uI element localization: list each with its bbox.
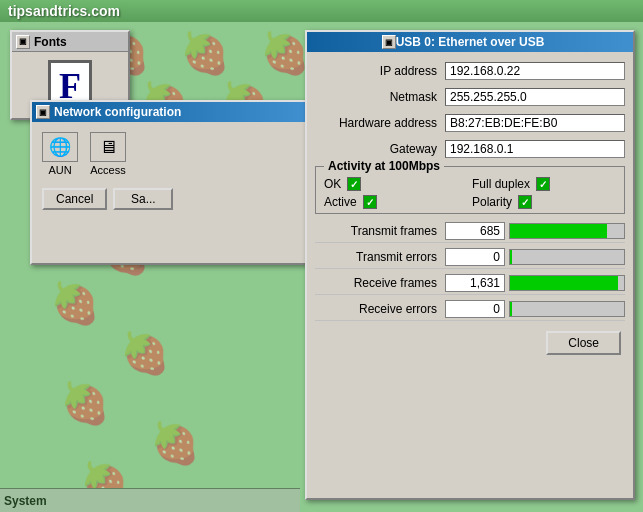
rx-errors-bar-container xyxy=(509,301,625,317)
rx-errors-bar xyxy=(510,302,512,316)
ip-row: IP address 192.168.0.22 xyxy=(315,60,625,82)
gateway-row: Gateway 192.168.0.1 xyxy=(315,138,625,160)
rx-frames-value: 1,631 xyxy=(445,274,505,292)
access-icon: 🖥 xyxy=(90,132,126,162)
polarity-item: Polarity ✓ xyxy=(472,195,616,209)
raspberry-icon: 🍓 xyxy=(150,420,200,467)
raspberry-icon: 🍓 xyxy=(260,30,310,77)
ok-checkbox: ✓ xyxy=(347,177,361,191)
close-icon[interactable]: ▣ xyxy=(36,105,50,119)
tx-errors-bar xyxy=(510,250,512,264)
fonts-titlebar: ▣ Fonts xyxy=(12,32,128,52)
active-item: Active ✓ xyxy=(324,195,468,209)
tx-errors-bar-container xyxy=(509,249,625,265)
full-duplex-checkbox: ✓ xyxy=(536,177,550,191)
system-label: System xyxy=(4,494,47,508)
activity-grid: OK ✓ Full duplex ✓ Active ✓ Polarity ✓ xyxy=(324,173,616,209)
titlebar-controls: ▣ Network configuration xyxy=(36,105,181,119)
netmask-value: 255.255.255.0 xyxy=(445,88,625,106)
ip-value: 192.168.0.22 xyxy=(445,62,625,80)
tx-frames-bar-container xyxy=(509,223,625,239)
save-button[interactable]: Sa... xyxy=(113,188,173,210)
raspberry-icon: 🍓 xyxy=(180,30,230,77)
rx-frames-bar xyxy=(510,276,618,290)
rx-errors-row: Receive errors 0 xyxy=(315,298,625,321)
netconfig-buttons: Cancel Sa... xyxy=(38,188,302,210)
raspberry-icon: 🍓 xyxy=(50,280,100,327)
full-duplex-item: Full duplex ✓ xyxy=(472,177,616,191)
main-close-icon[interactable]: ▣ xyxy=(382,35,396,49)
tx-errors-value: 0 xyxy=(445,248,505,266)
system-bar: System xyxy=(0,488,300,512)
tx-errors-label: Transmit errors xyxy=(315,250,445,264)
fonts-title: Fonts xyxy=(34,35,67,49)
top-bar: tipsandtrics.com xyxy=(0,0,643,22)
ok-label: OK xyxy=(324,177,341,191)
rx-frames-row: Receive frames 1,631 xyxy=(315,272,625,295)
tx-frames-bar xyxy=(510,224,607,238)
close-button[interactable]: Close xyxy=(546,331,621,355)
close-icon[interactable]: ▣ xyxy=(16,35,30,49)
netconfig-icons: 🌐 AUN 🖥 Access xyxy=(38,128,302,180)
aun-icon: 🌐 xyxy=(42,132,78,162)
active-label: Active xyxy=(324,195,357,209)
aun-label: AUN xyxy=(48,164,71,176)
hw-value: B8:27:EB:DE:FE:B0 xyxy=(445,114,625,132)
netconfig-titlebar: ▣ Network configuration xyxy=(32,102,308,122)
netmask-row: Netmask 255.255.255.0 xyxy=(315,86,625,108)
tx-frames-value: 685 xyxy=(445,222,505,240)
cancel-button[interactable]: Cancel xyxy=(42,188,107,210)
netconfig-window: ▣ Network configuration 🌐 AUN 🖥 Access C… xyxy=(30,100,310,265)
main-window: ▣ USB 0: Ethernet over USB IP address 19… xyxy=(305,30,635,500)
gateway-label: Gateway xyxy=(315,142,445,156)
main-content: IP address 192.168.0.22 Netmask 255.255.… xyxy=(307,52,633,369)
raspberry-icon: 🍓 xyxy=(60,380,110,427)
activity-section: Activity at 100Mbps OK ✓ Full duplex ✓ A… xyxy=(315,166,625,214)
tx-errors-row: Transmit errors 0 xyxy=(315,246,625,269)
activity-label: Activity at 100Mbps xyxy=(324,159,444,173)
tx-frames-row: Transmit frames 685 xyxy=(315,220,625,243)
raspberry-icon: 🍓 xyxy=(120,330,170,377)
tx-frames-label: Transmit frames xyxy=(315,224,445,238)
main-titlebar: ▣ USB 0: Ethernet over USB xyxy=(307,32,633,52)
netmask-label: Netmask xyxy=(315,90,445,104)
hw-row: Hardware address B8:27:EB:DE:FE:B0 xyxy=(315,112,625,134)
polarity-label: Polarity xyxy=(472,195,512,209)
rx-errors-label: Receive errors xyxy=(315,302,445,316)
ip-label: IP address xyxy=(315,64,445,78)
access-label: Access xyxy=(90,164,125,176)
rx-errors-value: 0 xyxy=(445,300,505,318)
polarity-checkbox: ✓ xyxy=(518,195,532,209)
access-icon-item: 🖥 Access xyxy=(90,132,126,176)
main-title: USB 0: Ethernet over USB xyxy=(396,35,545,49)
website-label: tipsandtrics.com xyxy=(8,3,120,19)
active-checkbox: ✓ xyxy=(363,195,377,209)
gateway-value: 192.168.0.1 xyxy=(445,140,625,158)
titlebar-left: ▣ Fonts xyxy=(16,35,67,49)
rx-frames-label: Receive frames xyxy=(315,276,445,290)
netconfig-content: 🌐 AUN 🖥 Access Cancel Sa... xyxy=(32,122,308,216)
rx-frames-bar-container xyxy=(509,275,625,291)
full-duplex-label: Full duplex xyxy=(472,177,530,191)
aun-icon-item: 🌐 AUN xyxy=(42,132,78,176)
netconfig-title: Network configuration xyxy=(54,105,181,119)
close-btn-row: Close xyxy=(315,325,625,361)
hw-label: Hardware address xyxy=(315,116,445,130)
ok-item: OK ✓ xyxy=(324,177,468,191)
